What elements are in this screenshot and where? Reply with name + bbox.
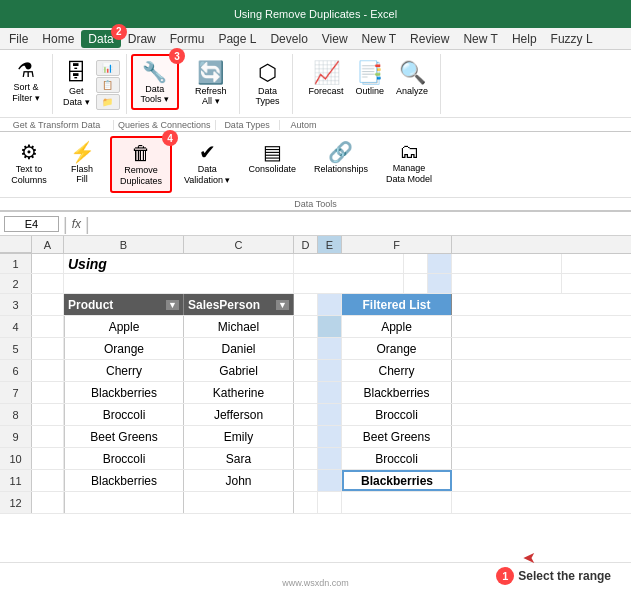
- cell-c12[interactable]: [184, 492, 294, 513]
- cell-d5[interactable]: [294, 338, 318, 359]
- outline-btn[interactable]: 📑 Outline: [352, 58, 389, 98]
- product-filter-arrow[interactable]: ▼: [166, 300, 179, 310]
- cell-a7[interactable]: [32, 382, 64, 403]
- cell-a4[interactable]: [32, 316, 64, 337]
- cell-b3-product[interactable]: Product ▼: [64, 294, 184, 315]
- cell-d3[interactable]: [294, 294, 318, 315]
- cell-f5[interactable]: Orange: [342, 338, 452, 359]
- cell-f9[interactable]: Beet Greens: [342, 426, 452, 447]
- cell-a12[interactable]: [32, 492, 64, 513]
- menu-help[interactable]: Help: [505, 30, 544, 48]
- menu-data[interactable]: Data 2: [81, 30, 120, 48]
- menu-page-layout[interactable]: Page L: [211, 30, 263, 48]
- cell-d2[interactable]: [404, 274, 428, 293]
- menu-review[interactable]: Review: [403, 30, 456, 48]
- cell-e7[interactable]: [318, 382, 342, 403]
- cell-e12[interactable]: [318, 492, 342, 513]
- cell-d12[interactable]: [294, 492, 318, 513]
- menu-home[interactable]: Home: [35, 30, 81, 48]
- cell-f7[interactable]: Blackberries: [342, 382, 452, 403]
- cell-b7[interactable]: Blackberries: [64, 382, 184, 403]
- cell-c6[interactable]: Gabriel: [184, 360, 294, 381]
- cell-e6[interactable]: [318, 360, 342, 381]
- cell-f10[interactable]: Broccoli: [342, 448, 452, 469]
- sort-filter-btn[interactable]: ⚗ Sort &Filter ▾: [4, 54, 48, 108]
- refresh-all-btn[interactable]: 🔄 RefreshAll ▾: [191, 58, 231, 108]
- cell-c9[interactable]: Emily: [184, 426, 294, 447]
- cell-d8[interactable]: [294, 404, 318, 425]
- manage-data-model-btn[interactable]: 🗂 ManageData Model: [380, 136, 438, 189]
- cell-e10[interactable]: [318, 448, 342, 469]
- cell-f8[interactable]: Broccoli: [342, 404, 452, 425]
- cell-b8[interactable]: Broccoli: [64, 404, 184, 425]
- cell-b10[interactable]: Broccoli: [64, 448, 184, 469]
- cell-a9[interactable]: [32, 426, 64, 447]
- cell-c8[interactable]: Jefferson: [184, 404, 294, 425]
- cell-b9[interactable]: Beet Greens: [64, 426, 184, 447]
- cell-f2[interactable]: [452, 274, 562, 293]
- cell-a10[interactable]: [32, 448, 64, 469]
- get-data-small-3[interactable]: 📁: [96, 94, 120, 110]
- menu-fuzzy[interactable]: Fuzzy L: [544, 30, 600, 48]
- cell-f6[interactable]: Cherry: [342, 360, 452, 381]
- cell-b5[interactable]: Orange: [64, 338, 184, 359]
- cell-f11-highlighted[interactable]: Blackberries: [342, 470, 452, 491]
- cell-b1[interactable]: Using: [64, 254, 294, 273]
- menu-developer[interactable]: Develo: [263, 30, 314, 48]
- cell-f3-filtered[interactable]: Filtered List: [342, 294, 452, 315]
- cell-d4[interactable]: [294, 316, 318, 337]
- cell-c10[interactable]: Sara: [184, 448, 294, 469]
- data-tools-btn[interactable]: 🔧 DataTools ▾ 3: [131, 54, 180, 110]
- cell-c11[interactable]: John: [184, 470, 294, 491]
- cell-c4[interactable]: Michael: [184, 316, 294, 337]
- cell-e11[interactable]: [318, 470, 342, 491]
- menu-view[interactable]: View: [315, 30, 355, 48]
- text-to-columns-btn[interactable]: ⚙ Text toColumns: [4, 136, 54, 190]
- cell-c2[interactable]: [294, 274, 404, 293]
- data-validation-btn[interactable]: ✔ DataValidation ▾: [178, 136, 236, 190]
- cell-b12[interactable]: [64, 492, 184, 513]
- cell-b4[interactable]: Apple: [64, 316, 184, 337]
- relationships-btn[interactable]: 🔗 Relationships: [308, 136, 374, 178]
- cell-c3-salesperson[interactable]: SalesPerson ▼: [184, 294, 294, 315]
- forecast-btn[interactable]: 📈 Forecast: [305, 58, 348, 98]
- cell-b6[interactable]: Cherry: [64, 360, 184, 381]
- salesperson-filter-arrow[interactable]: ▼: [276, 300, 289, 310]
- cell-c7[interactable]: Katherine: [184, 382, 294, 403]
- cell-a2[interactable]: [32, 274, 64, 293]
- menu-new-tab1[interactable]: New T: [355, 30, 403, 48]
- cell-a8[interactable]: [32, 404, 64, 425]
- flash-fill-btn[interactable]: ⚡ FlashFill: [60, 136, 104, 188]
- cell-f4[interactable]: Apple: [342, 316, 452, 337]
- cell-d7[interactable]: [294, 382, 318, 403]
- menu-draw[interactable]: Draw: [121, 30, 163, 48]
- get-data-btn[interactable]: 🗄 GetData ▾: [59, 58, 94, 110]
- menu-new-tab2[interactable]: New T: [456, 30, 504, 48]
- cell-d1[interactable]: [404, 254, 428, 273]
- cell-a3[interactable]: [32, 294, 64, 315]
- name-box[interactable]: [4, 216, 59, 232]
- cell-d9[interactable]: [294, 426, 318, 447]
- cell-a6[interactable]: [32, 360, 64, 381]
- cell-f12[interactable]: [342, 492, 452, 513]
- remove-duplicates-btn[interactable]: 🗑 RemoveDuplicates 4: [110, 136, 172, 193]
- cell-a5[interactable]: [32, 338, 64, 359]
- cell-d10[interactable]: [294, 448, 318, 469]
- cell-e3[interactable]: [318, 294, 342, 315]
- cell-c5[interactable]: Daniel: [184, 338, 294, 359]
- cell-b11[interactable]: Blackberries: [64, 470, 184, 491]
- analyze-btn[interactable]: 🔍 Analyze: [392, 58, 432, 98]
- menu-file[interactable]: File: [2, 30, 35, 48]
- cell-c1[interactable]: [294, 254, 404, 273]
- cell-e1[interactable]: [428, 254, 452, 273]
- get-data-small-1[interactable]: 📊: [96, 60, 120, 76]
- cell-e8[interactable]: [318, 404, 342, 425]
- cell-e2[interactable]: [428, 274, 452, 293]
- get-data-small-2[interactable]: 📋: [96, 77, 120, 93]
- cell-e4[interactable]: [318, 316, 342, 337]
- data-types-btn[interactable]: ⬡ DataTypes: [252, 58, 284, 108]
- cell-d11[interactable]: [294, 470, 318, 491]
- cell-a11[interactable]: [32, 470, 64, 491]
- menu-formula[interactable]: Formu: [163, 30, 212, 48]
- cell-b2[interactable]: [64, 274, 294, 293]
